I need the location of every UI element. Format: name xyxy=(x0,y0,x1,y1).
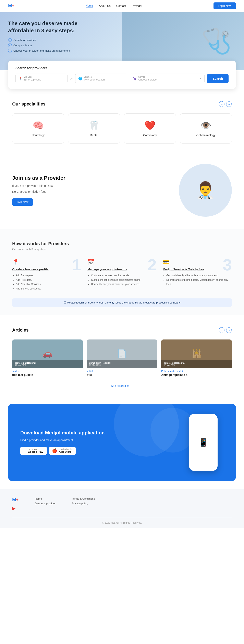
spec-neurology[interactable]: 🧠 Neurology xyxy=(12,114,64,144)
step2-bullet-1: Customers can see practice details. xyxy=(91,274,156,278)
apple-name-text: App Store xyxy=(59,450,72,453)
navbar: M+ Home About Us Contact Provider Login … xyxy=(0,0,244,12)
article-3-overlay: demo eight Hospital 10 Mar 2024 xyxy=(161,360,232,368)
step3-title: Medjol Service is Totally free xyxy=(163,268,232,271)
cardiology-label: Cardiology xyxy=(143,134,157,137)
hero-step-2: ✓Compare Prices xyxy=(8,44,86,47)
article-2-overlay: demo eight Hospital 09 Mar 2024 xyxy=(87,360,158,368)
hero-steps: ✓Search for services ✓Compare Prices ✓Ch… xyxy=(8,38,86,52)
specialities-grid: 🧠 Neurology 🦷 Dental ❤️ Cardiology 👁️ Op… xyxy=(12,114,232,144)
footer: M+ ▶ Home Join as a provider Terms & Con… xyxy=(0,489,244,528)
search-section: Search for providers 📍 Zip Code Enter zi… xyxy=(0,60,244,89)
article-2-overlay-date: 09 Mar 2024 xyxy=(89,364,155,366)
provider-desc1: If you are a provider, join us now xyxy=(12,184,171,188)
next-article-button[interactable]: → xyxy=(226,327,232,333)
location-value: Pick your location xyxy=(84,78,105,81)
nav-contact[interactable]: Contact xyxy=(116,4,126,8)
step2-bullets: Customers can see practice details. Cust… xyxy=(88,274,156,287)
article-2-title: title xyxy=(87,373,158,376)
spec-cardiology[interactable]: ❤️ Cardiology xyxy=(124,114,176,144)
footer-col-1: Home Join as a provider xyxy=(35,497,56,511)
next-speciality-button[interactable]: → xyxy=(226,101,232,107)
map-pin-icon: 🌐 xyxy=(78,77,82,80)
how-step-2: 2 📅 Manage your appointments Customers c… xyxy=(88,259,156,291)
location-pin-icon: 📍 xyxy=(18,77,22,80)
how-subtitle: Get started with 3 easy steps xyxy=(12,248,232,251)
article-2-subtitle: subtitle xyxy=(87,370,158,372)
specialities-nav: ← → xyxy=(219,101,232,107)
step1-bullet-3: Add Available Services. xyxy=(16,282,81,287)
download-section: Download Medjol mobile application Find … xyxy=(8,404,236,481)
google-name-text: Google Play xyxy=(28,450,43,453)
cardiology-icon: ❤️ xyxy=(144,120,156,131)
step2-bullet-2: Customers can schedule appointments onli… xyxy=(91,278,156,282)
zip-value: Enter zip code xyxy=(24,78,41,81)
article-1-title: title test pullets xyxy=(12,373,83,376)
hero-text: The care you deserve made affordable In … xyxy=(8,20,86,54)
location-field[interactable]: 🌐 Location Pick your location xyxy=(75,74,127,83)
join-now-button[interactable]: Join Now xyxy=(12,198,33,206)
footer-home-link[interactable]: Home xyxy=(35,497,56,500)
article-1-img-icon: 🚗 xyxy=(42,349,52,358)
see-all-link[interactable]: See all articles → xyxy=(111,384,133,388)
service-field[interactable]: ⚕️ Service Choose service ▼ xyxy=(130,74,204,83)
nav-links: Home About Us Contact Provider xyxy=(86,4,142,8)
profile-icon: 📍 xyxy=(12,259,81,266)
provider-text: Join us as a Provider If you are a provi… xyxy=(12,175,171,206)
footer-copy: © 2022 MedJol. All Rights Reserved. xyxy=(12,522,232,524)
footer-social-youtube[interactable]: ▶ xyxy=(12,506,18,511)
spec-dental[interactable]: 🦷 Dental xyxy=(68,114,120,144)
article-3-img-icon: 🕌 xyxy=(192,349,202,358)
login-button[interactable]: Login Now xyxy=(214,2,236,9)
how-it-works-section: How it works for Providers Get started w… xyxy=(0,229,244,315)
apple-get-text: Download on the xyxy=(59,448,72,450)
articles-title: Articles xyxy=(12,328,29,333)
how-title: How it works for Providers xyxy=(12,241,232,246)
service-icon: ⚕️ xyxy=(133,77,137,80)
notice-bar: ⓘ Medjol doesn't charge any fees, the on… xyxy=(12,298,232,307)
nav-home[interactable]: Home xyxy=(86,4,93,8)
notice-text: ⓘ Medjol doesn't charge any fees, the on… xyxy=(64,301,180,304)
specialities-title: Our specialities xyxy=(12,102,46,107)
provider-desc2: No Charges or hidden fees xyxy=(12,190,171,194)
app-store-button[interactable]: 🍎 Download on the App Store xyxy=(49,446,76,455)
articles-grid: 🚗 demo eight Hospital 09 Mar 2024 subtit… xyxy=(12,340,232,378)
how-steps-grid: 1 📍 Create a business profile Add Employ… xyxy=(12,259,232,291)
article-1-subtitle: subtitle xyxy=(12,370,83,372)
step1-bullets: Add Employees. Add Providers. Add Availa… xyxy=(12,274,81,291)
google-play-button[interactable]: ▶ GET IT ON Google Play xyxy=(20,446,47,455)
zip-field[interactable]: 📍 Zip Code Enter zip code xyxy=(16,74,68,83)
article-2-overlay-title: demo eight Hospital xyxy=(89,362,155,364)
footer-terms-link[interactable]: Terms & Conditions xyxy=(72,497,95,500)
apple-icon: 🍎 xyxy=(52,448,57,453)
spec-ophthalmology[interactable]: 👁️ Ophthalmology xyxy=(180,114,232,144)
nav-provider[interactable]: Provider xyxy=(132,4,142,8)
dental-label: Dental xyxy=(90,134,98,137)
article-2-img-icon: 📄 xyxy=(117,349,127,358)
prev-speciality-button[interactable]: ← xyxy=(219,101,224,107)
article-2-image: 📄 demo eight Hospital 09 Mar 2024 xyxy=(87,340,158,368)
google-get-text: GET IT ON xyxy=(28,448,43,450)
provider-image: 👨‍⚕️ xyxy=(179,164,232,217)
search-box: Search for providers 📍 Zip Code Enter zi… xyxy=(8,60,236,89)
nav-about[interactable]: About Us xyxy=(99,4,110,8)
article-3[interactable]: 🕌 demo eight Hospital 10 Mar 2024 Enim q… xyxy=(161,340,232,378)
prev-article-button[interactable]: ← xyxy=(219,327,224,333)
article-2[interactable]: 📄 demo eight Hospital 09 Mar 2024 subtit… xyxy=(87,340,158,378)
articles-nav: ← → xyxy=(219,327,232,333)
download-phone: 📱 xyxy=(183,414,224,471)
footer-col-2: Terms & Conditions Privacy policy xyxy=(72,497,95,511)
provider-section: Join us as a Provider If you are a provi… xyxy=(0,152,244,229)
step1-title: Create a business profile xyxy=(12,268,81,271)
see-all: See all articles → xyxy=(12,384,232,388)
footer-privacy-link[interactable]: Privacy policy xyxy=(72,502,95,505)
search-button[interactable]: Search xyxy=(207,74,228,83)
zip-label: Zip Code xyxy=(24,76,41,78)
footer-top: M+ ▶ Home Join as a provider Terms & Con… xyxy=(12,497,232,511)
hero-step-1: ✓Search for services xyxy=(8,38,86,42)
article-3-body: Enim quam id eveniet Anim perspiciatis a xyxy=(161,368,232,378)
article-3-image: 🕌 demo eight Hospital 10 Mar 2024 xyxy=(161,340,232,368)
footer-provider-link[interactable]: Join as a provider xyxy=(35,502,56,505)
step1-bullet-2: Add Providers. xyxy=(16,278,81,282)
article-1[interactable]: 🚗 demo eight Hospital 09 Mar 2024 subtit… xyxy=(12,340,83,378)
